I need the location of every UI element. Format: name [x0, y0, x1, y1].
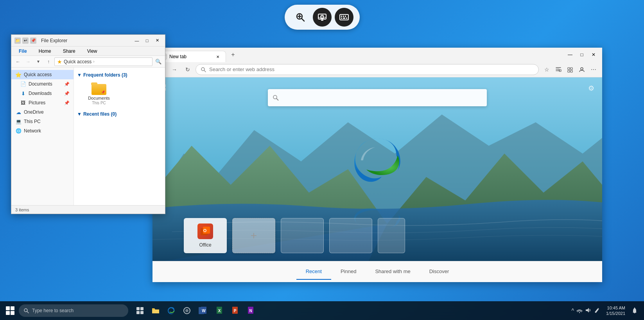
taskbar-file-explorer[interactable] [149, 304, 163, 318]
svg-rect-11 [345, 16, 346, 17]
recent-files-chevron: ▼ [77, 111, 82, 117]
fe-back-button[interactable]: ← [14, 57, 22, 66]
svg-point-24 [581, 68, 583, 70]
fe-sidebar: ⭐ Quick access 📄 Documents 📌 ⬇ Downloads… [11, 68, 74, 205]
taskbar-powerpoint[interactable]: P [227, 304, 241, 318]
svg-rect-14 [346, 18, 347, 19]
taskbar-task-view[interactable] [133, 304, 147, 318]
fe-minimize-button[interactable]: — [132, 37, 142, 44]
network-label: Network [24, 128, 41, 134]
file-explorer-titlebar: 📁 ↩ 📌 File Explorer — □ ✕ [11, 35, 165, 46]
sidebar-item-pictures[interactable]: 🖼 Pictures 📌 [11, 98, 74, 107]
edge-office-quicklink[interactable]: O Office [184, 218, 227, 253]
edge-new-tab-search-box[interactable] [268, 89, 487, 106]
sidebar-item-documents[interactable]: 📄 Documents 📌 [11, 79, 74, 89]
fe-ribbon: File Home Share View [11, 46, 165, 56]
taskbar-word[interactable]: W [196, 304, 210, 318]
svg-line-1 [301, 19, 304, 21]
fe-folder-documents[interactable]: 📌 Documents This PC [83, 81, 115, 107]
sidebar-item-downloads[interactable]: ⬇ Downloads 📌 [11, 89, 74, 98]
edge-content: ⚙ O Office [152, 77, 602, 261]
fe-frequent-folders-header[interactable]: ▼ Frequent folders (3) [77, 71, 162, 79]
office-icon: O [197, 223, 213, 239]
pictures-pin-icon: 📌 [64, 100, 70, 105]
edge-refresh-button[interactable]: ↻ [182, 64, 193, 75]
fe-tab-file[interactable]: File [13, 46, 33, 55]
this-pc-label: This PC [24, 119, 41, 124]
remote-desktop-button[interactable] [313, 8, 332, 27]
edge-active-tab[interactable]: New tab ✕ [156, 51, 226, 62]
edge-tab-shared-with-me[interactable]: Shared with me [366, 264, 420, 280]
taskbar-tray: ^ [568, 307, 603, 315]
fe-undo-icon: ↩ [22, 38, 29, 44]
edge-browser-window: New tab ✕ + — □ ✕ ← → ↻ Search or enter … [152, 48, 602, 282]
fe-tab-view[interactable]: View [81, 46, 103, 55]
edge-maximize-button[interactable]: □ [576, 50, 587, 59]
fe-maximize-button[interactable]: □ [142, 37, 152, 44]
edge-empty-card-2 [329, 218, 372, 253]
edge-address-bar[interactable]: Search or enter web address [196, 64, 539, 75]
edge-new-tab-button[interactable]: + [228, 49, 239, 60]
edge-search-input[interactable] [282, 95, 482, 101]
fe-close-button[interactable]: ✕ [152, 37, 162, 44]
edge-empty-card-3 [378, 218, 405, 253]
edge-toolbar-buttons: ☆ ⋯ [541, 64, 599, 75]
win-logo-br [11, 311, 14, 315]
fe-address-bar[interactable]: ★ Quick access › [54, 57, 152, 66]
edge-page-settings-button[interactable]: ⚙ [585, 82, 597, 95]
fe-recent-button[interactable]: ▼ [34, 57, 43, 66]
network-icon: 🌐 [15, 128, 22, 134]
fe-forward-button[interactable]: → [24, 57, 32, 66]
edge-menu-button[interactable]: ⋯ [588, 64, 599, 75]
taskbar-onenote[interactable]: N [242, 304, 257, 318]
fe-tab-home[interactable]: Home [33, 46, 57, 55]
tray-network-icon[interactable] [576, 307, 583, 315]
fe-status-text: 3 items [15, 207, 29, 212]
tray-pen-icon[interactable] [594, 307, 600, 315]
taskbar-clock[interactable]: 10:45 AM 1/15/2021 [606, 305, 625, 316]
sidebar-item-network[interactable]: 🌐 Network [11, 126, 74, 136]
taskbar-search-box[interactable]: Type here to search [19, 304, 128, 317]
taskbar-start-button[interactable] [3, 304, 17, 318]
win-logo-tl [6, 306, 10, 310]
edge-forward-button[interactable]: → [169, 64, 180, 75]
edge-close-button[interactable]: ✕ [588, 50, 599, 59]
tray-chevron-icon[interactable]: ^ [571, 307, 574, 314]
sidebar-item-onedrive[interactable]: ☁ OneDrive [11, 107, 74, 117]
edge-favorites-sidebar-button[interactable] [553, 64, 564, 75]
svg-text:W: W [202, 309, 206, 313]
edge-favorite-button[interactable]: ☆ [541, 64, 552, 75]
floating-toolbar [285, 5, 360, 30]
edge-add-quicklink[interactable]: + [232, 218, 275, 253]
edge-tab-recent[interactable]: Recent [296, 264, 331, 280]
win-logo-tr [11, 306, 14, 310]
tray-volume-icon[interactable] [585, 307, 591, 315]
svg-rect-13 [343, 18, 345, 19]
edge-tab-discover[interactable]: Discover [420, 264, 459, 280]
svg-text:O: O [203, 228, 207, 233]
fe-recent-files-header[interactable]: ▼ Recent files (0) [77, 110, 162, 118]
taskbar-cortana[interactable] [180, 304, 194, 318]
svg-rect-37 [136, 307, 140, 310]
sidebar-item-quick-access[interactable]: ⭐ Quick access [11, 70, 74, 79]
svg-line-36 [27, 311, 29, 313]
fe-up-button[interactable]: ↑ [44, 57, 53, 66]
edge-tab-pinned[interactable]: Pinned [331, 264, 366, 280]
fe-tab-share[interactable]: Share [57, 46, 81, 55]
fe-search-nav-button[interactable]: 🔍 [154, 57, 163, 66]
fe-navbar: ← → ▼ ↑ ★ Quick access › 🔍 [11, 56, 165, 68]
zoom-button[interactable] [291, 8, 310, 27]
taskbar-notification-button[interactable] [628, 304, 641, 317]
edge-quick-links: O Office + [184, 218, 405, 253]
taskbar-edge[interactable] [164, 304, 178, 318]
fe-folder-grid: 📌 Documents This PC [77, 79, 162, 110]
edge-minimize-button[interactable]: — [565, 50, 576, 59]
edge-tab-close-button[interactable]: ✕ [215, 54, 221, 60]
edge-collections-button[interactable] [565, 64, 576, 75]
taskbar-excel[interactable]: X [211, 304, 225, 318]
svg-rect-20 [568, 68, 570, 70]
keyboard-button[interactable] [335, 8, 353, 27]
folder-pin-indicator: 📌 [101, 90, 105, 94]
sidebar-item-this-pc[interactable]: 💻 This PC [11, 117, 74, 126]
edge-profile-button[interactable] [576, 64, 587, 75]
